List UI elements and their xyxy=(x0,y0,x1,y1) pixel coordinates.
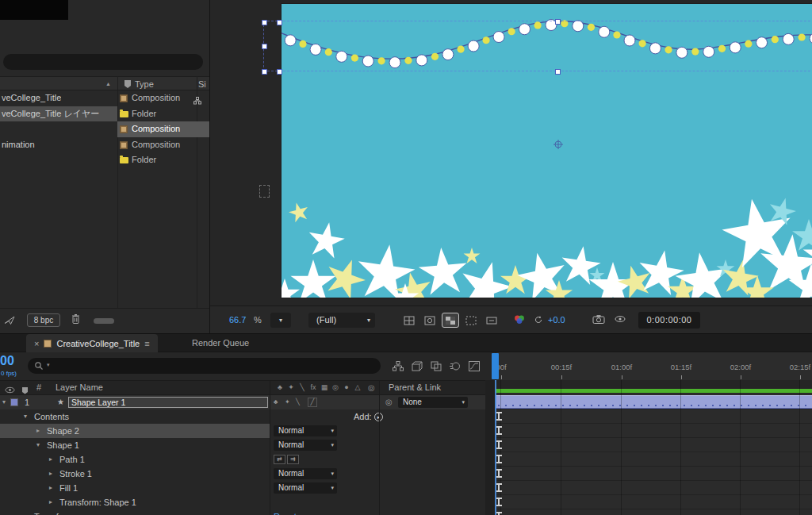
selection-handle[interactable] xyxy=(277,20,282,25)
project-search-field[interactable] xyxy=(3,54,203,70)
collapse-icon[interactable]: ✦ xyxy=(285,381,297,394)
property-group-label[interactable]: Contents xyxy=(34,409,69,424)
draft-3d-icon[interactable] xyxy=(409,359,425,373)
project-item-row[interactable]: nimationComposition xyxy=(0,137,209,153)
property-time-marker[interactable] xyxy=(496,483,502,492)
motion-blur-icon[interactable] xyxy=(447,359,463,373)
zoom-dropdown[interactable]: ▾ xyxy=(270,313,291,328)
twirl-arrow-icon[interactable]: ▸ xyxy=(49,452,52,467)
timeline-row[interactable]: ▾Shape 1Normal xyxy=(0,438,496,452)
project-item-row[interactable]: veCollege_Title レイヤーFolder xyxy=(0,106,209,122)
twirl-arrow-icon[interactable]: ▸ xyxy=(36,424,40,438)
timeline-row[interactable]: ▸TransformReset xyxy=(0,509,496,515)
track-area[interactable] xyxy=(496,380,812,515)
path-direction-toggle[interactable]: ⇄ xyxy=(274,455,285,464)
timeline-row[interactable]: ▾1★Shape Layer 1♣✦╲╱◎None xyxy=(0,395,496,409)
property-label[interactable]: Fill 1 xyxy=(59,481,78,495)
item-name[interactable]: nimation xyxy=(2,137,35,153)
project-item-row[interactable]: Composition xyxy=(0,121,209,137)
show-channels-icon[interactable] xyxy=(513,314,527,326)
pick-whip-icon[interactable]: ◎ xyxy=(385,395,393,409)
composition-canvas[interactable] xyxy=(282,4,812,298)
show-snapshot-icon[interactable] xyxy=(615,315,626,325)
property-time-marker[interactable] xyxy=(496,455,502,463)
zoom-value[interactable]: 66.7 xyxy=(229,315,246,325)
property-label[interactable]: Stroke 1 xyxy=(59,467,92,481)
mini-flowchart-icon[interactable] xyxy=(390,359,406,373)
panel-menu-icon[interactable]: ≡ xyxy=(144,339,149,348)
selection-handle[interactable] xyxy=(277,69,282,75)
property-label[interactable]: Transform: Shape 1 xyxy=(59,495,136,509)
frame-blend-icon[interactable]: ▦ xyxy=(319,381,330,394)
property-time-marker[interactable] xyxy=(496,498,502,506)
selection-handle[interactable] xyxy=(555,69,561,75)
timeline-row[interactable]: ▸Stroke 1Normal xyxy=(0,467,496,481)
path-merge-toggle[interactable]: ⇉ xyxy=(287,455,299,464)
delete-item-icon[interactable] xyxy=(71,313,80,326)
twirl-arrow-icon[interactable]: ▸ xyxy=(49,481,52,495)
property-label[interactable]: Shape 1 xyxy=(47,438,79,452)
sort-arrow-icon[interactable]: ▲ xyxy=(105,77,111,91)
exposure-value[interactable]: +0.0 xyxy=(548,315,565,325)
motion-blur-icon[interactable]: ◎ xyxy=(330,381,341,394)
project-item-row[interactable]: Folder xyxy=(0,152,209,168)
selection-handle[interactable] xyxy=(262,69,267,75)
twirl-arrow-icon[interactable]: ▾ xyxy=(24,409,27,424)
reset-exposure-icon[interactable] xyxy=(534,315,543,326)
property-time-marker[interactable] xyxy=(496,512,502,515)
tab-composition[interactable]: × CreativeCollege_Title ≡ xyxy=(26,334,158,352)
layer-name-box[interactable]: Shape Layer 1 xyxy=(68,397,268,408)
twirl-arrow-icon[interactable]: ▸ xyxy=(24,509,27,515)
type-column-header[interactable]: Type xyxy=(135,77,154,91)
thumbnail-size-slider[interactable] xyxy=(94,318,114,324)
project-flowchart-icon[interactable] xyxy=(4,315,16,327)
twirl-arrow-icon[interactable]: ▾ xyxy=(2,395,6,409)
search-options-caret[interactable]: ▾ xyxy=(47,362,50,368)
size-column-header[interactable]: Si xyxy=(198,77,206,91)
adjustment-icon[interactable]: ● xyxy=(341,381,352,394)
layer-number-column[interactable]: # xyxy=(36,381,41,394)
viewer-timecode[interactable]: 0:00:00:00 xyxy=(638,312,700,329)
effect-toggle-icon[interactable]: ╱ xyxy=(308,398,317,407)
property-time-marker[interactable] xyxy=(496,440,502,449)
current-time-display[interactable]: 00 xyxy=(0,354,14,368)
mask-visibility-icon[interactable] xyxy=(421,313,439,328)
frame-blending-icon[interactable] xyxy=(428,359,444,373)
current-time-indicator-head[interactable] xyxy=(492,353,499,379)
timeline-row[interactable]: ▾ContentsAdd:▸ xyxy=(0,409,496,424)
pixel-aspect-icon[interactable] xyxy=(483,313,500,328)
layer-duration-bar[interactable] xyxy=(496,395,812,409)
property-time-marker[interactable] xyxy=(496,426,502,435)
shy-toggle-icon[interactable]: ♣ xyxy=(274,395,278,409)
item-name[interactable]: veCollege_Title レイヤー xyxy=(2,106,99,122)
layer-name-column[interactable]: Layer Name xyxy=(56,381,103,394)
graph-editor-icon[interactable] xyxy=(466,359,482,373)
tab-render-queue[interactable]: Render Queue xyxy=(192,338,249,348)
blend-mode-dropdown[interactable]: Normal xyxy=(274,425,337,436)
timeline-row[interactable]: ▸Shape 2Normal xyxy=(0,424,496,438)
property-label[interactable]: Shape 2 xyxy=(47,424,79,438)
project-item-row[interactable]: veCollege_TitleComposition xyxy=(0,90,209,106)
twirl-arrow-icon[interactable]: ▸ xyxy=(49,467,52,481)
blend-mode-dropdown[interactable]: Normal xyxy=(274,468,337,479)
selection-handle[interactable] xyxy=(555,19,561,25)
label-column-icon[interactable] xyxy=(124,80,131,88)
close-tab-icon[interactable]: × xyxy=(34,339,39,348)
property-group-label[interactable]: Transform xyxy=(34,509,74,515)
blend-mode-dropdown[interactable]: Normal xyxy=(274,440,337,451)
parent-dropdown[interactable]: None xyxy=(398,397,468,408)
quality-toggle-icon[interactable]: ╲ xyxy=(296,395,300,409)
layer-color-chip[interactable] xyxy=(10,398,18,406)
property-label[interactable]: Path 1 xyxy=(59,452,85,467)
resolution-dropdown[interactable]: (Full) xyxy=(308,313,375,328)
time-ruler[interactable]: 00f00:15f01:00f01:15f02:00f02:15f xyxy=(496,352,812,380)
project-color-depth-button[interactable]: 8 bpc xyxy=(27,313,60,327)
threed-icon[interactable]: △ xyxy=(352,381,363,394)
timeline-row[interactable]: ▸Fill 1Normal xyxy=(0,481,496,495)
shy-icon[interactable]: ♣ xyxy=(274,381,285,394)
region-of-interest-icon[interactable] xyxy=(462,313,480,328)
selection-handle[interactable] xyxy=(262,44,267,49)
current-time-indicator-line[interactable] xyxy=(495,380,496,515)
timeline-search-field[interactable]: ▾ xyxy=(28,358,381,374)
item-name[interactable]: veCollege_Title xyxy=(2,90,61,106)
